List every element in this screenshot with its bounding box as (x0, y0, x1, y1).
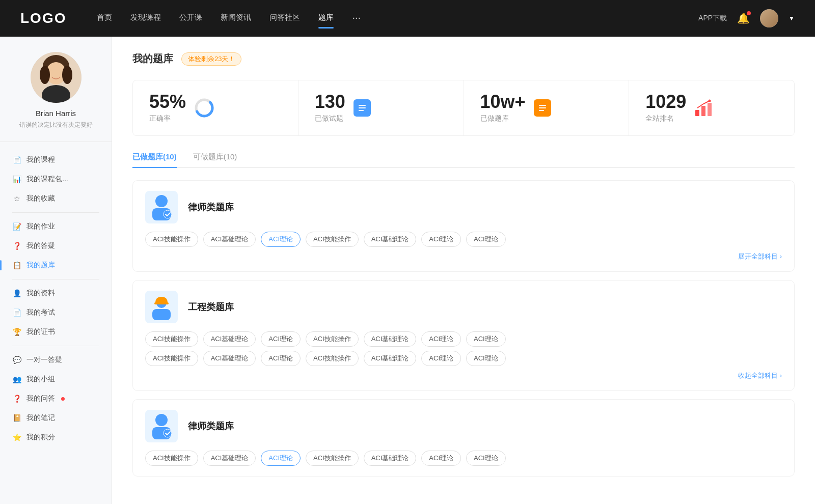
sidebar-label-favorites: 我的收藏 (26, 194, 55, 203)
sidebar-label-notes: 我的笔记 (26, 413, 55, 423)
tag-2-0-1[interactable]: ACI基础理论 (203, 331, 256, 347)
sidebar-item-qa[interactable]: ❓ 我的答疑 (4, 236, 107, 256)
trial-badge: 体验剩余23天！ (181, 52, 241, 66)
list-svg (357, 103, 367, 113)
course-icon: 📄 (12, 155, 21, 164)
lawyer-icon-svg (149, 194, 174, 220)
sidebar-item-points[interactable]: ⭐ 我的积分 (4, 428, 107, 447)
tag-2-0-5[interactable]: ACI理论 (421, 331, 461, 347)
sidebar-label-homework: 我的作业 (26, 222, 55, 231)
tag-2-0-6[interactable]: ACI理论 (466, 331, 506, 347)
tag-3-2[interactable]: ACI理论 (261, 451, 301, 466)
tag-2-1-0[interactable]: ACI技能操作 (145, 351, 198, 366)
nav-open-course[interactable]: 公开课 (179, 13, 202, 24)
tag-1-3[interactable]: ACI技能操作 (306, 232, 359, 247)
qbank-card-3-icon (145, 410, 178, 442)
stat-correct-rate: 55% 正确率 (133, 80, 298, 135)
qbank-icon: 📋 (12, 261, 21, 270)
sidebar-item-qbank[interactable]: 📋 我的题库 (4, 256, 107, 275)
sidebar-item-homework[interactable]: 📝 我的作业 (4, 217, 107, 236)
sidebar-item-favorites[interactable]: ☆ 我的收藏 (4, 189, 107, 208)
tab-available-banks[interactable]: 可做题库(10) (193, 152, 237, 167)
questions-icon: ❓ (12, 394, 21, 403)
sidebar-divider-3 (12, 346, 99, 346)
tag-2-0-2[interactable]: ACI理论 (261, 331, 301, 347)
tag-1-5[interactable]: ACI理论 (421, 232, 461, 247)
svg-rect-10 (359, 110, 364, 111)
sidebar-label-points: 我的积分 (26, 433, 55, 442)
sidebar-item-questions[interactable]: ❓ 我的问答 (4, 389, 107, 408)
sidebar-item-group[interactable]: 👥 我的小组 (4, 370, 107, 389)
tag-1-1[interactable]: ACI基础理论 (203, 232, 256, 247)
tag-2-1-2[interactable]: ACI理论 (261, 351, 301, 366)
tag-2-0-0[interactable]: ACI技能操作 (145, 331, 198, 347)
sidebar-item-course-package[interactable]: 📊 我的课程包... (4, 170, 107, 189)
tag-3-1[interactable]: ACI基础理论 (203, 451, 256, 466)
sidebar-label-profile: 我的资料 (26, 289, 55, 298)
nav-qbank[interactable]: 题库 (318, 13, 334, 24)
sidebar-item-exam[interactable]: 📄 我的考试 (4, 303, 107, 322)
avatar-dropdown-arrow[interactable]: ▼ (789, 15, 795, 22)
sidebar-item-notes[interactable]: 📔 我的笔记 (4, 408, 107, 428)
tag-2-1-6[interactable]: ACI理论 (466, 351, 506, 366)
qbank-card-2-header: 工程类题库 (145, 291, 782, 323)
nav-home[interactable]: 首页 (97, 13, 112, 24)
sidebar-menu: 📄 我的课程 📊 我的课程包... ☆ 我的收藏 📝 我的作业 ❓ 我的答疑 � (0, 150, 112, 447)
collapse-link-2[interactable]: 收起全部科目 › (738, 371, 782, 380)
tag-2-1-3[interactable]: ACI技能操作 (306, 351, 359, 366)
expand-link-1[interactable]: 展开全部科目 › (738, 252, 782, 261)
main-content: 我的题库 体验剩余23天！ 55% 正确率 130 已做试题 (112, 37, 815, 504)
exam-icon: 📄 (12, 308, 21, 317)
avatar[interactable] (760, 9, 778, 27)
svg-point-17 (709, 100, 711, 102)
tag-1-4[interactable]: ACI基础理论 (364, 232, 417, 247)
tag-3-6[interactable]: ACI理论 (466, 451, 506, 466)
stat-done-b-value: 10w+ (480, 93, 526, 111)
stat-rank-content: 1029 全站排名 (645, 93, 686, 123)
points-icon: ⭐ (12, 433, 21, 442)
tag-2-1-1[interactable]: ACI基础理论 (203, 351, 256, 366)
notification-dot (747, 11, 751, 15)
tag-3-3[interactable]: ACI技能操作 (306, 451, 359, 466)
tag-2-0-3[interactable]: ACI技能操作 (306, 331, 359, 347)
tag-2-1-5[interactable]: ACI理论 (421, 351, 461, 366)
app-download-button[interactable]: APP下载 (698, 14, 727, 23)
stat-rank-label: 全站排名 (645, 114, 686, 123)
svg-rect-12 (539, 107, 546, 108)
profile-icon: 👤 (12, 289, 21, 298)
nav-news[interactable]: 新闻资讯 (221, 13, 251, 24)
qbank-card-3-tags: ACI技能操作 ACI基础理论 ACI理论 ACI技能操作 ACI基础理论 AC… (145, 451, 782, 466)
svg-rect-14 (695, 110, 699, 116)
qbank-card-3-header: 律师类题库 (145, 410, 782, 442)
course-package-icon: 📊 (12, 175, 21, 184)
tag-1-0[interactable]: ACI技能操作 (145, 232, 198, 247)
notification-bell[interactable]: 🔔 (737, 12, 750, 24)
bar-chart-icon (694, 99, 713, 117)
sidebar-item-profile[interactable]: 👤 我的资料 (4, 284, 107, 303)
tag-1-2[interactable]: ACI理论 (261, 232, 301, 247)
sidebar-label-one-on-one: 一对一答疑 (26, 355, 62, 365)
tag-1-6[interactable]: ACI理论 (466, 232, 506, 247)
svg-point-4 (62, 66, 72, 84)
qbank-card-2-tags-row2: ACI技能操作 ACI基础理论 ACI理论 ACI技能操作 ACI基础理论 AC… (145, 351, 782, 366)
svg-rect-23 (152, 309, 171, 320)
tag-3-5[interactable]: ACI理论 (421, 451, 461, 466)
nav-more[interactable]: ··· (352, 12, 361, 25)
tab-done-banks[interactable]: 已做题库(10) (132, 152, 177, 167)
sidebar-label-qbank: 我的题库 (26, 261, 55, 270)
qbank-card-1-footer: 展开全部科目 › (145, 252, 782, 261)
stat-done-q-label: 已做试题 (315, 114, 345, 123)
svg-point-20 (164, 210, 172, 218)
sidebar-item-certificate[interactable]: 🏆 我的证书 (4, 322, 107, 342)
nav-discover[interactable]: 发现课程 (130, 13, 161, 24)
tag-2-1-4[interactable]: ACI基础理论 (364, 351, 417, 366)
sidebar-item-course[interactable]: 📄 我的课程 (4, 150, 107, 170)
nav-qa[interactable]: 问答社区 (269, 13, 300, 24)
favorites-icon: ☆ (12, 194, 21, 203)
tag-3-4[interactable]: ACI基础理论 (364, 451, 417, 466)
sidebar: Brian Harris 错误的决定比没有决定要好 📄 我的课程 📊 我的课程包… (0, 37, 112, 504)
logo[interactable]: LOGO (20, 10, 66, 26)
tag-2-0-4[interactable]: ACI基础理论 (364, 331, 417, 347)
tag-3-0[interactable]: ACI技能操作 (145, 451, 198, 466)
sidebar-item-one-on-one[interactable]: 💬 一对一答疑 (4, 350, 107, 370)
